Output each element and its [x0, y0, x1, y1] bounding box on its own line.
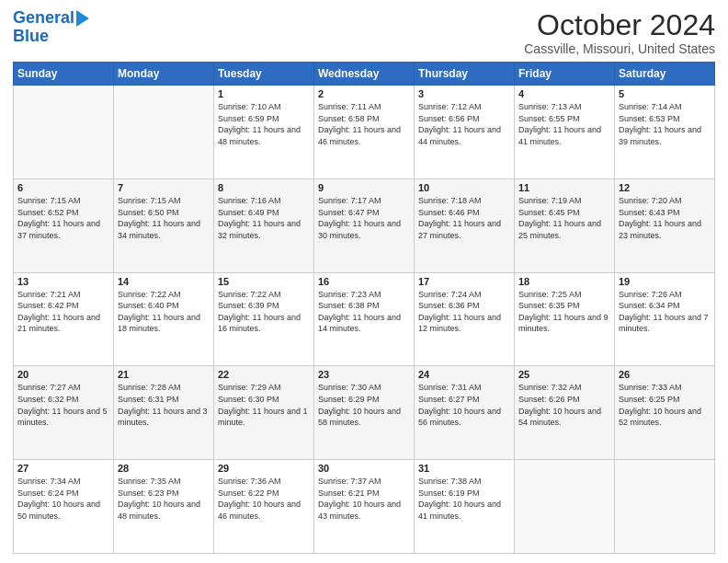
calendar-cell: 29Sunrise: 7:36 AM Sunset: 6:22 PM Dayli…	[214, 460, 314, 554]
day-info: Sunrise: 7:19 AM Sunset: 6:45 PM Dayligh…	[518, 195, 610, 241]
calendar-week-row: 27Sunrise: 7:34 AM Sunset: 6:24 PM Dayli…	[14, 460, 715, 554]
day-info: Sunrise: 7:38 AM Sunset: 6:19 PM Dayligh…	[418, 476, 510, 522]
day-info: Sunrise: 7:11 AM Sunset: 6:58 PM Dayligh…	[318, 101, 410, 147]
location: Cassville, Missouri, United States	[524, 41, 715, 56]
day-number: 11	[518, 182, 610, 193]
title-block: October 2024 Cassville, Missouri, United…	[524, 9, 715, 56]
calendar-cell: 13Sunrise: 7:21 AM Sunset: 6:42 PM Dayli…	[14, 272, 114, 366]
calendar-cell: 3Sunrise: 7:12 AM Sunset: 6:56 PM Daylig…	[415, 86, 515, 179]
calendar-week-row: 13Sunrise: 7:21 AM Sunset: 6:42 PM Dayli…	[14, 272, 715, 366]
calendar-cell: 1Sunrise: 7:10 AM Sunset: 6:59 PM Daylig…	[214, 86, 314, 179]
day-number: 23	[318, 369, 410, 380]
day-info: Sunrise: 7:10 AM Sunset: 6:59 PM Dayligh…	[218, 101, 310, 147]
day-number: 15	[218, 276, 310, 287]
calendar-cell	[14, 86, 114, 179]
day-info: Sunrise: 7:13 AM Sunset: 6:55 PM Dayligh…	[518, 101, 610, 147]
day-number: 9	[318, 182, 410, 193]
calendar-cell: 5Sunrise: 7:14 AM Sunset: 6:53 PM Daylig…	[615, 86, 715, 179]
calendar-week-row: 20Sunrise: 7:27 AM Sunset: 6:32 PM Dayli…	[14, 366, 715, 460]
day-number: 1	[218, 88, 310, 99]
page: General Blue October 2024 Cassville, Mis…	[0, 0, 728, 563]
day-info: Sunrise: 7:25 AM Sunset: 6:35 PM Dayligh…	[518, 289, 610, 335]
calendar-cell: 7Sunrise: 7:15 AM Sunset: 6:50 PM Daylig…	[114, 178, 214, 272]
day-number: 6	[17, 182, 109, 193]
calendar-cell: 24Sunrise: 7:31 AM Sunset: 6:27 PM Dayli…	[415, 366, 515, 460]
day-info: Sunrise: 7:27 AM Sunset: 6:32 PM Dayligh…	[17, 382, 109, 428]
day-number: 17	[418, 276, 510, 287]
day-info: Sunrise: 7:30 AM Sunset: 6:29 PM Dayligh…	[318, 382, 410, 428]
day-number: 5	[619, 88, 711, 99]
day-info: Sunrise: 7:22 AM Sunset: 6:40 PM Dayligh…	[118, 289, 210, 335]
day-number: 7	[118, 182, 210, 193]
calendar-cell: 6Sunrise: 7:15 AM Sunset: 6:52 PM Daylig…	[14, 178, 114, 272]
month-title: October 2024	[524, 9, 715, 41]
calendar-cell: 14Sunrise: 7:22 AM Sunset: 6:40 PM Dayli…	[114, 272, 214, 366]
day-number: 24	[418, 369, 510, 380]
weekday-header-saturday: Saturday	[615, 63, 715, 86]
day-number: 31	[418, 463, 510, 474]
day-number: 19	[619, 276, 711, 287]
calendar-cell: 31Sunrise: 7:38 AM Sunset: 6:19 PM Dayli…	[415, 460, 515, 554]
calendar-cell: 2Sunrise: 7:11 AM Sunset: 6:58 PM Daylig…	[314, 86, 415, 179]
calendar-cell: 11Sunrise: 7:19 AM Sunset: 6:45 PM Dayli…	[515, 178, 615, 272]
calendar-cell	[615, 460, 715, 554]
calendar-cell: 10Sunrise: 7:18 AM Sunset: 6:46 PM Dayli…	[415, 178, 515, 272]
calendar-week-row: 6Sunrise: 7:15 AM Sunset: 6:52 PM Daylig…	[14, 178, 715, 272]
calendar-cell: 18Sunrise: 7:25 AM Sunset: 6:35 PM Dayli…	[515, 272, 615, 366]
calendar-cell: 9Sunrise: 7:17 AM Sunset: 6:47 PM Daylig…	[314, 178, 415, 272]
day-info: Sunrise: 7:24 AM Sunset: 6:36 PM Dayligh…	[418, 289, 510, 335]
day-info: Sunrise: 7:22 AM Sunset: 6:39 PM Dayligh…	[218, 289, 310, 335]
calendar-cell: 27Sunrise: 7:34 AM Sunset: 6:24 PM Dayli…	[14, 460, 114, 554]
day-info: Sunrise: 7:32 AM Sunset: 6:26 PM Dayligh…	[518, 382, 610, 428]
calendar-cell: 12Sunrise: 7:20 AM Sunset: 6:43 PM Dayli…	[615, 178, 715, 272]
day-info: Sunrise: 7:16 AM Sunset: 6:49 PM Dayligh…	[218, 195, 310, 241]
day-number: 30	[318, 463, 410, 474]
weekday-header-monday: Monday	[114, 63, 214, 86]
calendar-cell	[114, 86, 214, 179]
logo-text2: Blue	[13, 28, 49, 46]
day-number: 10	[418, 182, 510, 193]
calendar-cell: 23Sunrise: 7:30 AM Sunset: 6:29 PM Dayli…	[314, 366, 415, 460]
logo-arrow-icon	[76, 10, 89, 27]
day-number: 13	[17, 276, 109, 287]
calendar-cell: 19Sunrise: 7:26 AM Sunset: 6:34 PM Dayli…	[615, 272, 715, 366]
weekday-header-tuesday: Tuesday	[214, 63, 314, 86]
day-number: 25	[518, 369, 610, 380]
day-info: Sunrise: 7:26 AM Sunset: 6:34 PM Dayligh…	[619, 289, 711, 335]
calendar-cell: 8Sunrise: 7:16 AM Sunset: 6:49 PM Daylig…	[214, 178, 314, 272]
day-number: 12	[619, 182, 711, 193]
day-info: Sunrise: 7:17 AM Sunset: 6:47 PM Dayligh…	[318, 195, 410, 241]
day-number: 18	[518, 276, 610, 287]
calendar-cell: 17Sunrise: 7:24 AM Sunset: 6:36 PM Dayli…	[415, 272, 515, 366]
weekday-header-friday: Friday	[515, 63, 615, 86]
calendar-cell: 22Sunrise: 7:29 AM Sunset: 6:30 PM Dayli…	[214, 366, 314, 460]
day-info: Sunrise: 7:29 AM Sunset: 6:30 PM Dayligh…	[218, 382, 310, 428]
day-number: 26	[619, 369, 711, 380]
weekday-header-sunday: Sunday	[14, 63, 114, 86]
day-info: Sunrise: 7:23 AM Sunset: 6:38 PM Dayligh…	[318, 289, 410, 335]
calendar-header-row: SundayMondayTuesdayWednesdayThursdayFrid…	[14, 63, 715, 86]
day-info: Sunrise: 7:33 AM Sunset: 6:25 PM Dayligh…	[619, 382, 711, 428]
day-info: Sunrise: 7:34 AM Sunset: 6:24 PM Dayligh…	[17, 476, 109, 522]
weekday-header-thursday: Thursday	[415, 63, 515, 86]
day-info: Sunrise: 7:31 AM Sunset: 6:27 PM Dayligh…	[418, 382, 510, 428]
day-number: 27	[17, 463, 109, 474]
calendar-cell: 16Sunrise: 7:23 AM Sunset: 6:38 PM Dayli…	[314, 272, 415, 366]
day-info: Sunrise: 7:37 AM Sunset: 6:21 PM Dayligh…	[318, 476, 410, 522]
day-number: 22	[218, 369, 310, 380]
calendar-cell: 15Sunrise: 7:22 AM Sunset: 6:39 PM Dayli…	[214, 272, 314, 366]
day-info: Sunrise: 7:15 AM Sunset: 6:50 PM Dayligh…	[118, 195, 210, 241]
calendar-cell: 28Sunrise: 7:35 AM Sunset: 6:23 PM Dayli…	[114, 460, 214, 554]
calendar-cell	[515, 460, 615, 554]
calendar-table: SundayMondayTuesdayWednesdayThursdayFrid…	[13, 62, 715, 554]
day-number: 21	[118, 369, 210, 380]
day-info: Sunrise: 7:21 AM Sunset: 6:42 PM Dayligh…	[17, 289, 109, 335]
day-number: 28	[118, 463, 210, 474]
logo: General Blue	[13, 9, 89, 46]
day-number: 29	[218, 463, 310, 474]
day-number: 4	[518, 88, 610, 99]
day-info: Sunrise: 7:28 AM Sunset: 6:31 PM Dayligh…	[118, 382, 210, 428]
calendar-cell: 30Sunrise: 7:37 AM Sunset: 6:21 PM Dayli…	[314, 460, 415, 554]
day-info: Sunrise: 7:36 AM Sunset: 6:22 PM Dayligh…	[218, 476, 310, 522]
header: General Blue October 2024 Cassville, Mis…	[13, 9, 715, 56]
